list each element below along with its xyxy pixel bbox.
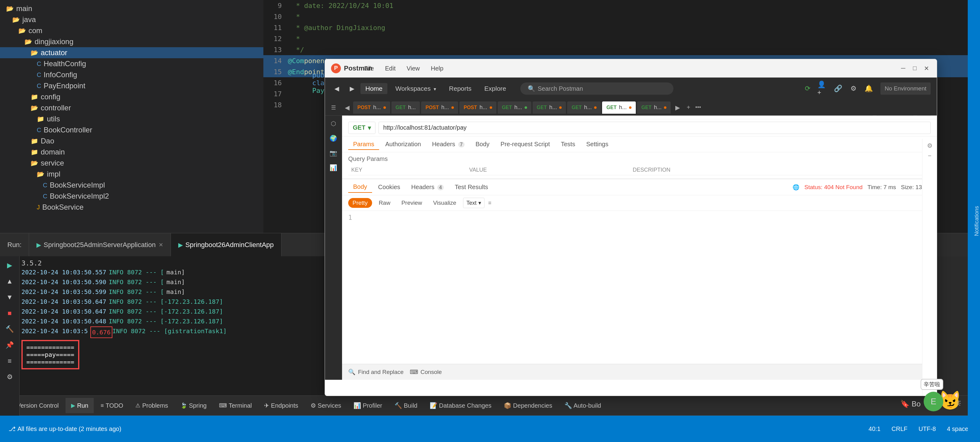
pm-tab-post-2[interactable]: POST h...: [421, 101, 458, 114]
pm-res-body[interactable]: 1: [342, 211, 937, 364]
close-button[interactable]: ✕: [922, 64, 931, 73]
res-tab-test-results[interactable]: Test Results: [450, 182, 493, 193]
scroll-down-btn[interactable]: ▼: [3, 290, 16, 304]
run-tab-server[interactable]: ▶ Springboot25AdminServerApplication ✕: [29, 233, 171, 256]
notifications-label[interactable]: Notifications: [974, 203, 980, 239]
tab-profiler[interactable]: 📊 Profiler: [348, 398, 388, 413]
pm-tab-post-3[interactable]: POST h...: [460, 101, 496, 114]
tab-forward-btn[interactable]: ▶: [672, 102, 683, 113]
menu-edit[interactable]: Edit: [382, 64, 398, 73]
tab-back-btn[interactable]: ◀: [342, 102, 353, 113]
req-tab-params[interactable]: Params: [348, 139, 379, 150]
pm-tab-get-2[interactable]: GET h...: [498, 101, 531, 114]
tree-item-bookservice[interactable]: J BookService: [0, 202, 263, 213]
pin-btn[interactable]: 📌: [3, 338, 16, 352]
find-replace-btn[interactable]: 🔍 Find and Replace: [348, 369, 404, 375]
settings-btn[interactable]: ⚙: [848, 83, 859, 94]
build-btn[interactable]: 🔨: [3, 322, 16, 336]
status-encoding[interactable]: UTF-8: [916, 424, 939, 434]
filter-btn[interactable]: ⚙: [3, 370, 16, 384]
sidebar-monitor-btn[interactable]: 📊: [328, 161, 340, 174]
environment-selector[interactable]: No Environment: [880, 83, 931, 95]
pm-tab-post-1[interactable]: POST h...: [353, 101, 390, 114]
req-tab-headers[interactable]: Headers 7: [427, 139, 469, 150]
pm-tab-get-3[interactable]: GET h...: [533, 101, 566, 114]
tab-problems[interactable]: ⚠ Problems: [130, 398, 173, 413]
res-view-raw[interactable]: Raw: [375, 198, 395, 208]
tab-build[interactable]: 🔨 Build: [389, 398, 423, 413]
req-tab-tests[interactable]: Tests: [556, 139, 580, 150]
tab-terminal[interactable]: ⌨ Terminal: [213, 398, 258, 413]
scroll-up-btn[interactable]: ▲: [3, 274, 16, 288]
nav-tab-reports[interactable]: Reports: [444, 83, 477, 94]
tree-item-main[interactable]: 📂 main: [0, 3, 263, 14]
status-position[interactable]: 40:1: [866, 424, 883, 434]
tab-todo[interactable]: ≡ TODO: [95, 398, 129, 413]
tab-dependencies[interactable]: 📦 Dependencies: [498, 398, 558, 413]
res-view-visualize[interactable]: Visualize: [429, 198, 461, 208]
tree-item-infoconfig[interactable]: C InfoConfig: [0, 69, 263, 80]
method-selector[interactable]: GET ▾: [348, 122, 375, 134]
nav-forward-button[interactable]: ▶: [346, 83, 357, 94]
wrap-btn[interactable]: ≡: [3, 354, 16, 368]
minus-icon[interactable]: −: [928, 152, 932, 160]
tab-spring[interactable]: 🍃 Spring: [175, 398, 212, 413]
run-btn[interactable]: ▶: [3, 259, 16, 272]
tree-item-healthconfig[interactable]: C HealthConfig: [0, 58, 263, 69]
tree-item-impl[interactable]: 📂 impl: [0, 169, 263, 180]
sidebar-toggle-btn[interactable]: ☰: [328, 101, 340, 114]
res-tab-headers[interactable]: Headers 4: [406, 182, 449, 193]
notifications-btn[interactable]: 🔔: [863, 83, 874, 94]
pm-tab-get-5-active[interactable]: GET h...: [602, 101, 636, 114]
res-tab-body[interactable]: Body: [348, 182, 372, 193]
sync-btn[interactable]: ⟳: [802, 83, 813, 94]
sidebar-api-btn[interactable]: ⬡: [328, 117, 340, 130]
tree-item-java[interactable]: 📂 java: [0, 14, 263, 25]
sidebar-mock-btn[interactable]: 📷: [328, 147, 340, 159]
pm-tab-get-1[interactable]: GET h...: [391, 101, 420, 114]
settings-gear-icon[interactable]: ⚙: [927, 142, 932, 149]
minimize-button[interactable]: ─: [899, 64, 907, 73]
tab-run[interactable]: ▶ Run: [65, 398, 94, 413]
tree-item-bookserviceimpl[interactable]: C BookServiceImpl: [0, 180, 263, 191]
tree-item-domain[interactable]: 📁 domain: [0, 147, 263, 158]
pm-tab-get-6[interactable]: GET h...: [637, 101, 671, 114]
tree-item-dingjiaxiong[interactable]: 📂 dingjiaxiong: [0, 36, 263, 47]
stop-btn[interactable]: ■: [3, 306, 16, 320]
maximize-button[interactable]: □: [910, 64, 919, 73]
res-view-pretty[interactable]: Pretty: [348, 198, 372, 208]
tree-item-config[interactable]: 📁 config: [0, 91, 263, 102]
share-btn[interactable]: 🔗: [833, 83, 844, 94]
status-crlf[interactable]: CRLF: [889, 424, 910, 434]
tree-item-controller[interactable]: 📂 controller: [0, 102, 263, 113]
req-tab-auth[interactable]: Authorization: [380, 139, 426, 150]
menu-view[interactable]: View: [404, 64, 422, 73]
tree-item-dao[interactable]: 📁 Dao: [0, 136, 263, 147]
res-tab-cookies[interactable]: Cookies: [373, 182, 405, 193]
format-selector[interactable]: Text ▾: [463, 198, 485, 208]
tab-db-changes[interactable]: 📝 Database Changes: [424, 398, 497, 413]
tree-item-service[interactable]: 📂 service: [0, 158, 263, 169]
tree-item-actuator[interactable]: 📂 actuator: [0, 47, 263, 58]
req-tab-pre-req[interactable]: Pre-request Script: [495, 139, 555, 150]
tree-item-com[interactable]: 📂 com: [0, 25, 263, 36]
tab-services[interactable]: ⚙ Services: [305, 398, 347, 413]
sidebar-env-btn[interactable]: 🌍: [328, 132, 340, 144]
tree-item-utils[interactable]: 📁 utils: [0, 113, 263, 124]
run-tab-client[interactable]: ▶ Springboot26AdminClientApp: [171, 233, 282, 256]
status-git[interactable]: ⎇ All files are up-to-date (2 minutes ag…: [6, 424, 124, 434]
nav-tab-explore[interactable]: Explore: [480, 83, 511, 94]
nav-tab-workspaces[interactable]: Workspaces ▾: [390, 83, 441, 94]
res-view-preview[interactable]: Preview: [397, 198, 426, 208]
pm-search-box[interactable]: 🔍 Search Postman: [520, 83, 673, 95]
nav-tab-home[interactable]: Home: [360, 83, 387, 94]
nav-back-button[interactable]: ◀: [331, 83, 342, 94]
method-url-input[interactable]: [379, 122, 931, 134]
menu-help[interactable]: Help: [428, 64, 446, 73]
tab-overflow-btn[interactable]: •••: [695, 104, 701, 111]
tab-endpoints[interactable]: ✈ Endpoints: [258, 398, 304, 413]
add-tab-button[interactable]: +: [684, 103, 694, 112]
tree-item-payendpoint[interactable]: C PayEndpoint: [0, 80, 263, 91]
tree-item-bookserviceimpl2[interactable]: C BookServiceImpl2: [0, 191, 263, 202]
pm-tab-get-4[interactable]: GET h...: [567, 101, 601, 114]
